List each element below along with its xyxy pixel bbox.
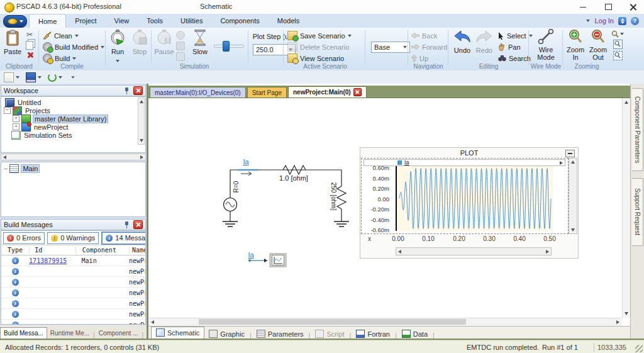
tab-close-icon[interactable]	[353, 88, 362, 96]
column-header-name[interactable]: Name	[129, 247, 145, 254]
snapshot-button[interactable]	[176, 52, 185, 61]
load-resistor-label[interactable]: 250 [ohm]	[330, 182, 337, 211]
chevron-down-icon[interactable]	[16, 76, 19, 79]
message-row[interactable]: newPr	[1, 277, 145, 288]
schematic-canvas[interactable]: Ia 1.0 [ohm] R=0 250 [ohm] Ia	[148, 98, 622, 318]
pin-icon[interactable]	[123, 87, 130, 94]
panel-tab-runtime-messages[interactable]: Runtime Me...	[47, 328, 92, 339]
tab-components[interactable]: Components	[211, 14, 268, 28]
editor-tab-schematic[interactable]: Schematic	[151, 327, 204, 339]
plot-vertical-scrollbar[interactable]	[569, 158, 577, 234]
run-button[interactable]: Run	[107, 30, 128, 64]
editor-tab-fortran[interactable]: Fortran	[352, 328, 394, 339]
build-modified-button[interactable]: Build Modified	[43, 42, 104, 52]
workspace-horizontal-scrollbar[interactable]	[1, 154, 146, 160]
canvas-horizontal-scrollbar[interactable]	[148, 318, 622, 326]
panel-tab-components[interactable]: Component ...	[96, 328, 142, 339]
maximize-button[interactable]	[597, 0, 619, 14]
message-row[interactable]: newPr	[1, 266, 145, 277]
redo-button[interactable]: Redo	[474, 30, 494, 54]
workspace-vertical-scrollbar[interactable]	[138, 98, 145, 145]
tree-item-untitled[interactable]: Untitled	[1, 98, 145, 106]
chevron-down-icon[interactable]	[58, 76, 62, 79]
zoom-rectangle-button[interactable]	[613, 51, 623, 60]
doc-tab-start-page[interactable]: Start Page	[247, 87, 287, 98]
scenario-combo[interactable]: Base	[371, 42, 410, 53]
refresh-button[interactable]	[48, 73, 57, 82]
ribbon-collapse-icon[interactable]	[618, 17, 626, 25]
clean-button[interactable]: Clean	[43, 30, 79, 41]
panel-tab-build-messages[interactable]: Build Messa...	[0, 327, 47, 339]
back-button[interactable]: Back	[411, 30, 437, 41]
login-caret-icon[interactable]	[586, 20, 590, 22]
current-label[interactable]: Ia	[243, 158, 249, 165]
close-icon[interactable]	[133, 86, 143, 95]
messages-filter-button[interactable]: 14 Messages	[101, 232, 146, 245]
column-header-id[interactable]: Id	[29, 247, 75, 254]
editor-tab-graphic[interactable]: Graphic	[204, 328, 249, 339]
pan-button[interactable]: Pan	[498, 42, 521, 52]
collapse-expander[interactable]: −	[4, 107, 11, 114]
forward-button[interactable]: Forward	[411, 42, 447, 52]
close-button[interactable]	[623, 0, 644, 14]
series-resistor-label[interactable]: 1.0 [ohm]	[279, 174, 308, 182]
tab-utilities[interactable]: Utilities	[172, 14, 211, 28]
column-header-component[interactable]: Component	[75, 247, 129, 254]
cut-button[interactable]: ✂	[26, 30, 33, 39]
load-resistor[interactable]	[337, 186, 346, 209]
stop-button[interactable]: Stop	[130, 30, 150, 55]
message-row[interactable]: newPr	[1, 298, 145, 309]
help-icon[interactable]: ?	[631, 17, 639, 25]
message-row[interactable]: 1713879915 Main newPr	[1, 255, 145, 266]
errors-filter-button[interactable]: 0 Errors	[3, 232, 45, 244]
view-scenario-button[interactable]: View Scenario	[287, 53, 344, 64]
message-id-link[interactable]: 1713879915	[29, 257, 75, 264]
delete-scenario-button[interactable]: Delete Scenario	[287, 42, 349, 52]
doc-tab-master-io-devices[interactable]: master:Main(0):I/O_Devices(0)	[150, 87, 246, 98]
save-button[interactable]	[26, 72, 36, 82]
zoom-extents-button[interactable]	[613, 40, 623, 49]
message-row[interactable]: newPr	[1, 309, 145, 320]
wire-mode-button[interactable]: Wire Mode	[534, 29, 558, 61]
side-tab-component-parameters[interactable]: Component Parameters	[632, 88, 643, 171]
tab-project[interactable]: Project	[66, 14, 105, 28]
paste-button[interactable]: Paste	[1, 30, 24, 55]
skip-button[interactable]	[176, 42, 185, 50]
tree-item-main[interactable]: − Main	[1, 164, 145, 172]
build-button[interactable]: Build	[43, 53, 76, 64]
app-menu-button[interactable]	[3, 15, 27, 28]
editor-tab-data[interactable]: Data	[397, 328, 432, 339]
output-signal-label[interactable]: Ia	[248, 251, 254, 259]
message-row[interactable]: newPr	[1, 288, 145, 298]
warnings-filter-button[interactable]: 0 Warnings	[47, 232, 99, 244]
save-scenario-button[interactable]: Save Scenario	[287, 30, 352, 41]
pause-button[interactable]: Pause	[153, 30, 175, 55]
toolbar-overflow-button[interactable]	[71, 76, 74, 79]
plot-window[interactable]: PLOT Ia 0.60m 0.40m 0.20m 0.00 -0.20m -0…	[360, 147, 579, 259]
doc-tab-newproject-main[interactable]: newProject:Main(0)	[288, 86, 367, 98]
plot-legend[interactable]: Ia	[364, 159, 565, 166]
copy-button[interactable]	[26, 41, 33, 50]
message-row[interactable]: newPr	[1, 320, 145, 325]
scrollbar-thumb[interactable]	[199, 319, 466, 325]
minimize-button[interactable]	[572, 0, 594, 14]
step-button[interactable]	[176, 31, 185, 40]
tab-view[interactable]: View	[106, 14, 138, 28]
zoom-out-button[interactable]: Zoom Out	[587, 29, 609, 61]
new-project-button[interactable]	[4, 72, 14, 82]
chevron-down-icon[interactable]	[38, 76, 42, 79]
expand-expander[interactable]: +	[13, 123, 19, 130]
canvas-vertical-scrollbar[interactable]	[622, 98, 631, 318]
editor-tab-script[interactable]: Script	[311, 328, 348, 339]
expand-expander[interactable]: +	[13, 115, 19, 122]
slider-thumb[interactable]	[223, 41, 230, 52]
plot-area[interactable]	[396, 166, 553, 231]
tree-item-projects[interactable]: − Projects	[1, 106, 145, 115]
login-button[interactable]: Log In	[594, 17, 614, 25]
up-button[interactable]: Up	[411, 53, 428, 64]
tree-item-master[interactable]: + master (Master Library)	[1, 115, 145, 123]
source-impedance-label[interactable]: R=0	[233, 181, 240, 193]
tree-item-simulation-sets[interactable]: Simulation Sets	[1, 131, 145, 139]
tab-tools[interactable]: Tools	[138, 14, 172, 28]
close-icon[interactable]	[133, 220, 143, 229]
